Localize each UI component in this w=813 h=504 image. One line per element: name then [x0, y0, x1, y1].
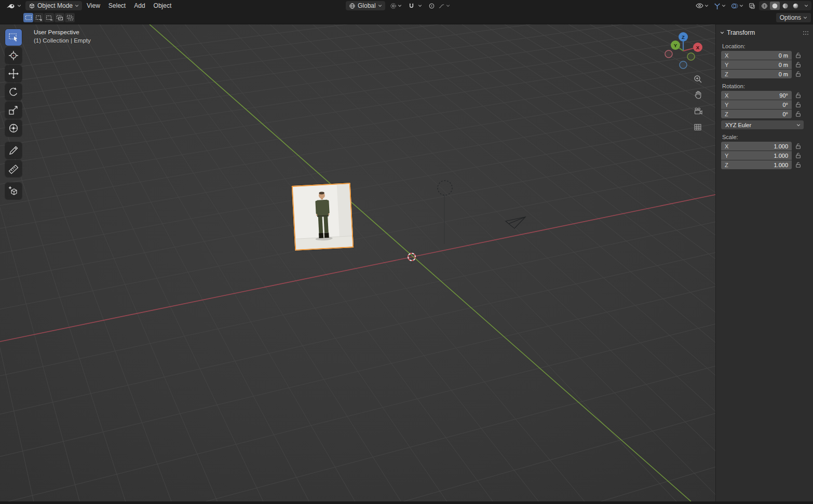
rotation-z-row: Z 0°	[721, 110, 802, 118]
falloff-dropdown[interactable]	[437, 1, 452, 10]
tool-annotate-button[interactable]	[5, 142, 22, 159]
select-invert-button[interactable]	[55, 13, 64, 22]
viewport-3d[interactable]: User Perspective (1) Collection | Empty	[0, 24, 715, 501]
camera-object[interactable]	[506, 217, 525, 228]
gizmo-x-label: X	[696, 45, 700, 50]
select-intersect-button[interactable]	[65, 13, 75, 22]
cursor-3d	[404, 250, 419, 264]
material-sphere-icon	[782, 3, 789, 9]
scale-y-field[interactable]: Y 1.000	[721, 151, 792, 160]
navigation-gizmo[interactable]: Z Y X	[663, 31, 703, 71]
rotation-x-field[interactable]: X 90°	[721, 91, 792, 100]
panel-grip-icon[interactable]	[803, 31, 809, 35]
tool-move-button[interactable]	[5, 65, 22, 82]
tool-scale-button[interactable]	[5, 102, 22, 118]
reference-image-object[interactable]	[292, 183, 354, 251]
snap-toggle[interactable]	[407, 1, 416, 10]
xray-toggle[interactable]	[747, 1, 757, 10]
tool-cursor-button[interactable]	[5, 47, 22, 64]
options-button[interactable]: Options	[776, 13, 811, 22]
ortho-toggle-button[interactable]	[693, 122, 702, 132]
tool-rotate-button[interactable]	[5, 84, 22, 100]
snap-dropdown[interactable]	[416, 1, 424, 10]
grid-perspective-icon	[693, 122, 702, 132]
cursor-tool-icon	[8, 50, 19, 61]
axis-label: X	[725, 52, 728, 59]
shading-material-button[interactable]	[780, 2, 790, 10]
tool-measure-button[interactable]	[5, 160, 22, 177]
shading-dropdown[interactable]	[801, 2, 811, 10]
lock-open-icon[interactable]	[795, 143, 802, 149]
orientation-dropdown[interactable]: Global	[346, 1, 385, 10]
field-value: 0°	[782, 102, 788, 108]
scale-z-field[interactable]: Z 1.000	[721, 160, 792, 169]
menu-view[interactable]: View	[83, 1, 104, 10]
lock-open-icon[interactable]	[795, 92, 802, 99]
select-subtract-button[interactable]	[44, 13, 54, 22]
tool-select-box-button[interactable]	[5, 29, 22, 46]
lock-open-icon[interactable]	[795, 111, 802, 117]
lock-open-icon[interactable]	[795, 61, 802, 68]
camera-view-button[interactable]	[693, 106, 702, 116]
location-x-row: X 0 m	[721, 51, 802, 60]
scale-x-field[interactable]: X 1.000	[721, 142, 792, 151]
solid-sphere-icon	[771, 3, 778, 9]
axis-ball-x[interactable]: X	[693, 43, 702, 52]
select-set-icon	[25, 14, 32, 21]
location-y-row: Y 0 m	[721, 60, 802, 69]
select-box-tool-icon	[8, 32, 19, 43]
toolbar	[5, 29, 22, 199]
lock-open-icon[interactable]	[795, 152, 802, 159]
xray-icon	[749, 3, 755, 9]
select-intersect-icon	[66, 14, 74, 21]
shading-wireframe-button[interactable]	[760, 2, 769, 10]
menu-select[interactable]: Select	[105, 1, 129, 10]
wireframe-sphere-icon	[761, 3, 768, 9]
tool-add-cube-button[interactable]	[5, 183, 22, 199]
overlays-icon	[731, 3, 738, 9]
chevron-down-icon	[418, 4, 422, 8]
scale-label: Scale:	[722, 134, 813, 140]
rotation-z-field[interactable]: Z 0°	[721, 110, 792, 118]
location-z-field[interactable]: Z 0 m	[721, 70, 792, 78]
falloff-curve-icon	[438, 3, 445, 9]
zoom-button[interactable]	[693, 74, 702, 84]
empty-sphere-object[interactable]	[438, 181, 452, 244]
axis-label: Y	[725, 102, 728, 108]
rotation-y-field[interactable]: Y 0°	[721, 100, 792, 109]
axis-label: Z	[725, 162, 728, 168]
field-value: 0 m	[779, 71, 788, 77]
lock-open-icon[interactable]	[795, 71, 802, 77]
proportional-toggle[interactable]	[427, 1, 437, 10]
transform-panel-header[interactable]: Transform	[716, 24, 813, 38]
tool-transform-button[interactable]	[5, 120, 22, 137]
select-extend-button[interactable]	[34, 13, 44, 22]
magnet-icon	[408, 3, 415, 9]
rotation-fields: X 90° Y 0° Z 0°	[716, 91, 813, 118]
lock-open-icon[interactable]	[795, 101, 802, 108]
axis-ball-neg-z[interactable]	[680, 61, 687, 69]
axis-ball-neg-x[interactable]	[665, 50, 672, 58]
menu-object[interactable]: Object	[150, 1, 175, 10]
location-x-field[interactable]: X 0 m	[721, 51, 792, 60]
pivot-dropdown[interactable]	[388, 1, 403, 10]
select-set-button[interactable]	[23, 13, 33, 22]
axis-ball-y[interactable]: Y	[671, 40, 680, 50]
app-menu-button[interactable]	[3, 1, 24, 10]
lock-open-icon[interactable]	[795, 161, 802, 168]
global-orientation-icon	[349, 3, 356, 9]
show-overlays-toggle[interactable]	[729, 1, 745, 10]
annotate-tool-icon	[8, 145, 19, 156]
rotation-mode-dropdown[interactable]: XYZ Euler	[721, 120, 804, 129]
shading-solid-button[interactable]	[770, 2, 780, 10]
pan-button[interactable]	[693, 90, 702, 100]
shading-rendered-button[interactable]	[791, 2, 801, 10]
axis-ball-z[interactable]: Z	[679, 32, 688, 42]
visibility-dropdown[interactable]	[694, 1, 710, 10]
lock-open-icon[interactable]	[795, 52, 802, 59]
mode-dropdown[interactable]: Object Mode	[25, 1, 82, 10]
menu-add[interactable]: Add	[130, 1, 148, 10]
show-gizmos-toggle[interactable]	[712, 1, 727, 10]
axis-ball-neg-y[interactable]	[687, 53, 695, 60]
location-y-field[interactable]: Y 0 m	[721, 60, 792, 69]
